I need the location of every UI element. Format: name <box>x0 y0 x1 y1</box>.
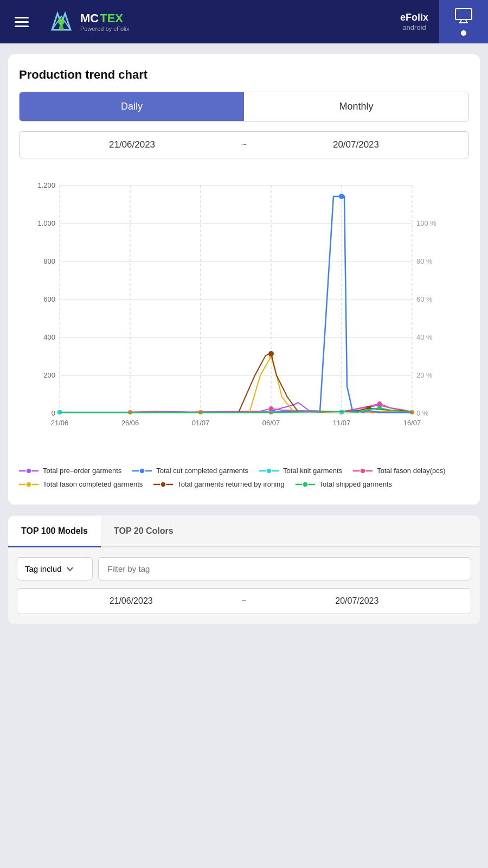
legend-item-preorder: Total pre–order garments <box>19 467 121 475</box>
legend-line-ironing <box>153 481 173 488</box>
tag-select[interactable]: Tag includ <box>17 557 93 580</box>
monthly-toggle-button[interactable]: Monthly <box>244 92 468 121</box>
svg-text:0 %: 0 % <box>416 409 429 417</box>
monitor-button[interactable] <box>439 0 488 43</box>
bottom-date-range[interactable]: 21/06/2023 ~ 20/07/2023 <box>17 588 471 614</box>
legend-label-ironing: Total garments returned by ironing <box>177 480 284 488</box>
svg-point-67 <box>26 482 31 487</box>
svg-text:01/07: 01/07 <box>192 419 210 427</box>
svg-point-61 <box>139 468 145 474</box>
date-end: 20/07/2023 <box>252 139 460 150</box>
legend-item-fason-completed: Total fason completed garments <box>19 480 143 488</box>
svg-text:200: 200 <box>43 371 55 379</box>
legend-item-cut: Total cut completed garments <box>132 467 248 475</box>
legend-label-shipped: Total shipped garments <box>319 480 392 488</box>
svg-rect-4 <box>455 9 472 20</box>
logo-tex-text: TEX <box>100 11 123 25</box>
svg-text:26/06: 26/06 <box>121 419 139 427</box>
legend-line-knit <box>259 467 279 475</box>
user-name: eFolix <box>400 12 428 23</box>
bottom-date-end: 20/07/2023 <box>252 596 462 606</box>
user-info: eFolix android <box>389 0 439 43</box>
tag-select-label: Tag includ <box>25 564 62 573</box>
svg-point-71 <box>303 482 308 487</box>
svg-text:60 %: 60 % <box>416 295 433 303</box>
legend-line-fason-completed <box>19 481 38 488</box>
svg-text:11/07: 11/07 <box>333 419 351 427</box>
tab-top-colors[interactable]: TOP 20 Colors <box>101 516 187 547</box>
view-toggle: Daily Monthly <box>19 92 469 122</box>
logo-icon <box>48 8 75 35</box>
legend-line-preorder <box>19 467 38 475</box>
legend-line-fason-delay <box>353 467 373 475</box>
legend-line-cut <box>132 467 152 475</box>
chevron-down-icon <box>66 565 74 573</box>
user-sub: android <box>402 23 426 31</box>
logo-powered: Powered by eFolix <box>80 25 130 32</box>
legend-item-ironing: Total garments returned by ironing <box>153 480 284 488</box>
legend-label-fason-completed: Total fason completed garments <box>43 480 143 488</box>
logo-text: MC TEX Powered by eFolix <box>80 11 130 32</box>
svg-point-69 <box>160 482 166 487</box>
legend-label-fason-delay: Total fason delay(pcs) <box>377 467 445 475</box>
bottom-date-separator: ~ <box>241 596 246 606</box>
svg-text:40 %: 40 % <box>416 333 433 341</box>
svg-point-57 <box>377 406 382 410</box>
tag-filter-input[interactable] <box>98 557 471 580</box>
svg-point-59 <box>26 468 31 474</box>
tab-top-models[interactable]: TOP 100 Models <box>8 516 101 547</box>
svg-text:21/06: 21/06 <box>51 419 69 427</box>
svg-text:20 %: 20 % <box>416 371 433 379</box>
monitor-icon <box>455 8 472 27</box>
svg-text:06/07: 06/07 <box>262 419 280 427</box>
svg-text:0: 0 <box>52 409 55 417</box>
legend-label-knit: Total knit garments <box>283 467 342 475</box>
production-chart-card: Production trend chart Daily Monthly 21/… <box>8 54 480 505</box>
date-separator: ~ <box>241 139 247 150</box>
svg-text:1.000: 1.000 <box>37 219 55 227</box>
svg-point-52 <box>377 401 382 406</box>
legend-item-fason-delay: Total fason delay(pcs) <box>353 467 445 475</box>
header: MC TEX Powered by eFolix eFolix android <box>0 0 488 43</box>
menu-button[interactable] <box>0 0 43 43</box>
legend-label-preorder: Total pre–order garments <box>43 467 121 475</box>
svg-point-54 <box>268 351 274 356</box>
date-range-selector[interactable]: 21/06/2023 ~ 20/07/2023 <box>19 131 469 158</box>
legend-line-shipped <box>296 481 315 488</box>
filter-section: Tag includ 21/06/2023 ~ 20/07/2023 <box>8 547 480 624</box>
logo: MC TEX Powered by eFolix <box>43 0 389 43</box>
logo-mc-text: MC <box>80 11 99 25</box>
date-start: 21/06/2023 <box>28 139 236 150</box>
svg-text:600: 600 <box>43 295 55 303</box>
main-content: Production trend chart Daily Monthly 21/… <box>0 43 488 635</box>
monitor-status-dot <box>461 30 466 36</box>
legend-item-shipped: Total shipped garments <box>296 480 392 488</box>
chart-title: Production trend chart <box>19 68 469 82</box>
svg-point-56 <box>339 194 344 199</box>
logo-brand: MC TEX <box>80 11 130 25</box>
daily-toggle-button[interactable]: Daily <box>20 92 244 121</box>
svg-text:1.200: 1.200 <box>37 181 55 189</box>
filter-row: Tag includ <box>17 557 471 580</box>
svg-text:400: 400 <box>43 333 55 341</box>
chart-legend: Total pre–order garments Total cut compl… <box>19 461 469 494</box>
legend-item-knit: Total knit garments <box>259 467 342 475</box>
svg-point-51 <box>269 406 273 411</box>
bottom-tabs: TOP 100 Models TOP 20 Colors <box>8 515 480 547</box>
svg-text:100 %: 100 % <box>416 219 436 227</box>
svg-text:800: 800 <box>43 257 55 265</box>
svg-text:80 %: 80 % <box>416 257 433 265</box>
bottom-date-start: 21/06/2023 <box>26 596 236 606</box>
bottom-section-card: TOP 100 Models TOP 20 Colors Tag includ … <box>8 515 480 624</box>
hamburger-icon <box>15 17 29 27</box>
chart-area: 0 200 400 600 800 1.000 1.200 0 % 20 % 4… <box>19 169 469 451</box>
chart-svg: 0 200 400 600 800 1.000 1.200 0 % 20 % 4… <box>19 169 469 451</box>
svg-text:16/07: 16/07 <box>403 419 421 427</box>
legend-label-cut: Total cut completed garments <box>156 467 248 475</box>
svg-point-63 <box>266 468 272 474</box>
svg-point-65 <box>360 468 365 474</box>
